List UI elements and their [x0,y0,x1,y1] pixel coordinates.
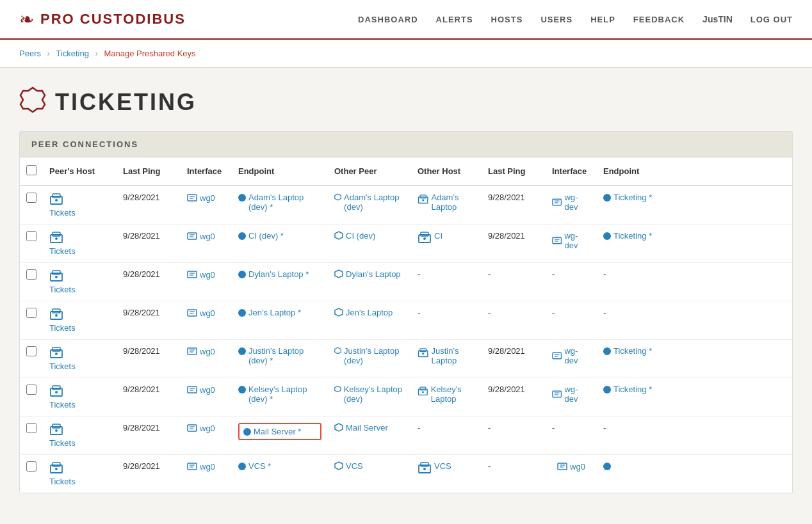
nav-help[interactable]: HELP [590,15,615,24]
other-host-link[interactable]: Adam's Laptop [431,193,475,212]
table-row: Tickets 9/28/2021 wg0 Kelsey's Laptop (d… [20,378,792,417]
page-title: TICKETING [55,89,197,116]
other-interface-link[interactable]: wg-dev [564,193,590,212]
host-icon [49,423,63,437]
interface-link-1[interactable]: wg0 [200,270,215,280]
other-host-cell: Justin's Laptop [418,346,475,365]
endpoint-link[interactable]: Kelsey's Laptop (dev) * [248,385,321,404]
svg-point-55 [55,391,58,393]
other-peer-cell: Jen's Laptop [334,308,405,317]
nav-hosts[interactable]: HOSTS [491,15,523,24]
interface-icon [187,346,197,356]
select-all-checkbox[interactable] [26,165,37,175]
svg-rect-10 [553,199,562,205]
row-checkbox[interactable] [26,231,37,241]
breadcrumb-peers[interactable]: Peers [19,49,41,58]
nav-alerts[interactable]: ALERTS [436,15,473,24]
host-icon [49,193,63,207]
endpoint-link[interactable]: Justin's Laptop (dev) * [248,346,321,365]
interface-link-1[interactable]: wg0 [200,232,215,241]
other-peer-link[interactable]: Justin's Laptop (dev) [344,346,405,365]
other-endpoint-cell: Ticketing * [603,231,786,241]
other-interface-icon [552,235,562,246]
other-interface-link[interactable]: wg-dev [564,231,590,250]
endpoint-link[interactable]: VCS * [248,461,271,471]
host-link[interactable]: Tickets [49,208,76,218]
other-endpoint-dot [603,232,611,240]
other-peer-link[interactable]: Mail Server [346,423,388,433]
endpoint-link[interactable]: Dylan's Laptop * [248,269,309,279]
endpoint-link[interactable]: Mail Server * [254,427,301,436]
other-host-icon [418,385,428,399]
other-host-link[interactable]: Kelsey's Laptop [431,385,475,404]
main-content: PEER CONNECTIONS Peer's Host Last Ping I… [0,131,812,512]
other-peer-link[interactable]: Jen's Laptop [346,308,393,317]
other-interface-link[interactable]: wg0 [570,462,585,472]
table-row: Tickets 9/28/2021 wg0 Jen's Laptop * Jen… [20,301,792,340]
endpoint-link[interactable]: Adam's Laptop (dev) * [248,193,321,212]
other-interface-link[interactable]: wg-dev [564,385,590,404]
interface-link-1[interactable]: wg0 [200,462,215,472]
other-endpoint-link[interactable]: Ticketing * [613,385,652,394]
host-link[interactable]: Tickets [49,285,76,294]
endpoint-dot [238,463,246,470]
interface-link-1[interactable]: wg0 [200,347,215,356]
other-peer-link[interactable]: CI (dev) [346,231,375,241]
interface-link-1[interactable]: wg0 [200,308,215,318]
interface-icon [187,423,197,433]
svg-rect-74 [53,463,60,466]
table-row: Tickets 9/28/2021 wg0 Adam's Laptop (dev… [20,186,792,225]
endpoint-dot [243,428,251,436]
svg-point-75 [55,468,58,470]
other-endpoint-link[interactable]: Ticketing * [613,231,652,241]
nav-users[interactable]: USERS [540,15,572,24]
nav-feedback[interactable]: FEEDBACK [633,15,685,24]
other-peer-link[interactable]: Adam's Laptop (dev) [344,193,405,212]
row-checkbox[interactable] [26,308,37,318]
other-endpoint-link[interactable]: Ticketing * [613,193,652,202]
row-checkbox[interactable] [26,461,37,472]
host-link[interactable]: Tickets [49,477,76,486]
svg-rect-50 [553,353,562,359]
col-header-other-host: Other Host [411,157,482,186]
svg-point-49 [422,353,424,354]
other-peer-link[interactable]: Kelsey's Laptop (dev) [344,385,405,404]
other-host-link[interactable]: Justin's Laptop [431,346,475,365]
logout-link[interactable]: LOG OUT [751,15,793,24]
host-link[interactable]: Tickets [49,400,76,409]
breadcrumb-ticketing[interactable]: Ticketing [56,49,89,58]
other-interface-link[interactable]: wg-dev [564,346,590,365]
other-endpoint-dot [603,194,611,202]
svg-marker-6 [335,194,341,200]
interface-link-1[interactable]: wg0 [200,424,215,433]
table-row: Tickets 9/28/2021 wg0 Mail Server * Mail… [20,417,792,455]
row-checkbox[interactable] [26,385,37,395]
other-endpoint-dash: - [597,301,792,340]
endpoint-dot [238,347,246,355]
host-link[interactable]: Tickets [49,438,76,448]
host-icon [49,461,63,475]
endpoint-link[interactable]: Jen's Laptop * [248,308,301,317]
other-endpoint-cell-empty [603,461,786,470]
host-link[interactable]: Tickets [49,361,76,371]
interface-link-1[interactable]: wg0 [200,385,215,395]
other-peer-link[interactable]: Dylan's Laptop [346,269,401,279]
row-checkbox[interactable] [26,193,37,203]
interface-link-1[interactable]: wg0 [200,193,215,203]
nav-dashboard[interactable]: DASHBOARD [358,15,418,24]
endpoint-link[interactable]: CI (dev) * [248,231,284,241]
other-interface-dash: - [546,301,597,340]
row-checkbox[interactable] [26,346,37,356]
other-host-link[interactable]: CI [434,231,443,241]
row-checkbox[interactable] [26,423,37,433]
breadcrumb-sep-2: › [95,49,98,58]
row-checkbox[interactable] [26,269,37,280]
host-link[interactable]: Tickets [49,246,76,256]
other-last-ping: 9/28/2021 [482,186,546,225]
other-host-link[interactable]: VCS [434,461,451,471]
svg-rect-16 [188,233,197,239]
other-endpoint-link[interactable]: Ticketing * [613,346,652,356]
other-peer-link[interactable]: VCS [346,461,363,471]
svg-rect-23 [553,237,562,244]
host-link[interactable]: Tickets [49,323,76,333]
